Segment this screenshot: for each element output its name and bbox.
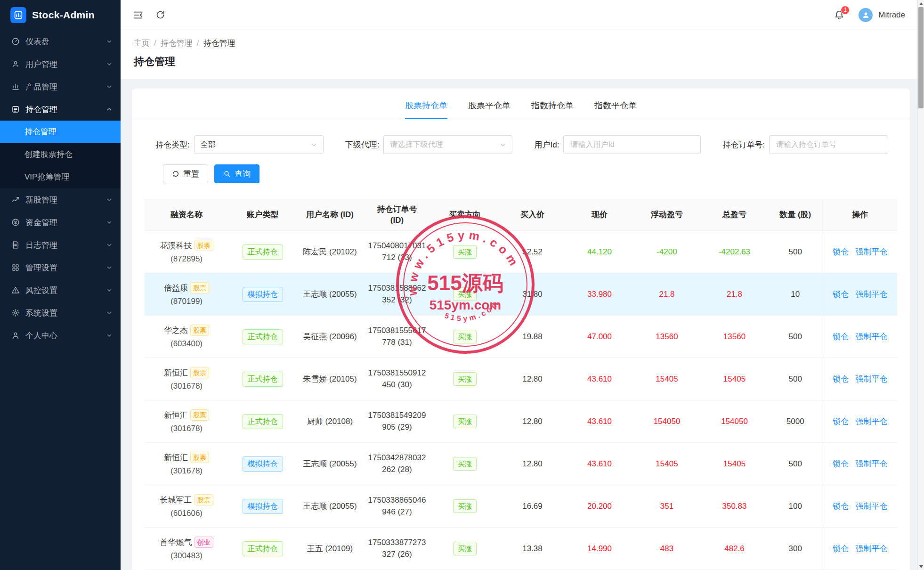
order-id: (27) [397, 507, 412, 516]
stock-type-tag: 股票 [190, 325, 209, 336]
lock-position-link[interactable]: 锁仓 [833, 290, 849, 299]
profile-icon [11, 331, 20, 340]
reset-button[interactable]: 重置 [163, 164, 208, 183]
lock-position-link[interactable]: 锁仓 [833, 247, 849, 256]
scrollbar-thumb[interactable] [918, 7, 924, 108]
sidebar-subitem-position-manage[interactable]: 持仓管理 [0, 121, 121, 143]
notification-bell[interactable]: 1 [834, 10, 844, 20]
current-price: 43.610 [566, 400, 633, 443]
sidebar-item-dashboard[interactable]: 仪表盘 [0, 30, 121, 53]
reset-label: 重置 [183, 169, 199, 179]
tab-index-closed[interactable]: 指数平仓单 [594, 100, 637, 119]
avatar[interactable] [859, 8, 873, 22]
stock-type-tag: 股票 [190, 282, 209, 293]
sidebar: Stock-Admin 仪表盘 用户管理 产品管理 持仓管理 持仓管理创建股票持… [0, 0, 121, 570]
floating-pl: -4200 [633, 231, 701, 273]
breadcrumb-item: 持仓管理 [203, 38, 235, 49]
current-price: 47.000 [566, 316, 633, 358]
breadcrumb-item[interactable]: 主页 [134, 38, 150, 49]
total-pl: 13560 [701, 316, 768, 358]
sidebar-item-system[interactable]: 系统设置 [0, 301, 121, 324]
search-button[interactable]: 查询 [214, 164, 259, 183]
order-number: 1750381550912450 [368, 368, 426, 389]
chevron-down-icon [106, 265, 112, 270]
stock-code: (601606) [148, 509, 225, 518]
username[interactable]: Mitrade [878, 10, 905, 20]
user-name-id: 王志顺 (20055) [297, 443, 363, 485]
stock-type-tag: 股票 [190, 409, 209, 421]
stock-code: (872895) [148, 254, 225, 264]
user-name-id: 吴征燕 (20096) [297, 316, 363, 358]
order-no-input[interactable] [769, 135, 888, 154]
stock-name: 新恒汇 [164, 367, 188, 378]
order-no-label: 持仓订单号: [722, 139, 765, 150]
logo[interactable]: Stock-Admin [0, 0, 121, 30]
force-close-link[interactable]: 强制平仓 [856, 502, 888, 511]
menu-fold-icon[interactable] [133, 10, 143, 20]
sidebar-item-profile[interactable]: 个人中心 [0, 324, 121, 347]
chevron-down-icon [106, 220, 112, 225]
account-type-tag: 正式持仓 [243, 541, 283, 556]
risk-icon [11, 286, 20, 294]
sidebar-item-logs[interactable]: 日志管理 [0, 234, 121, 256]
user-id-input[interactable] [563, 135, 701, 154]
sidebar-item-products[interactable]: 产品管理 [0, 75, 121, 98]
lock-position-link[interactable]: 锁仓 [833, 375, 849, 383]
force-close-link[interactable]: 强制平仓 [856, 247, 888, 256]
force-close-link[interactable]: 强制平仓 [856, 332, 888, 341]
stock-code: (870199) [148, 297, 225, 306]
sidebar-item-funds[interactable]: 资金管理 [0, 211, 121, 234]
current-price: 20.200 [566, 485, 633, 528]
scroll-down-arrow[interactable] [918, 563, 924, 570]
breadcrumb-item[interactable]: 持仓管理 [161, 38, 193, 49]
table-row: 长城军工 股票 (601606) 模拟持仓 王志顺 (20055) 175033… [145, 485, 897, 528]
order-id: (32) [397, 295, 412, 304]
window-scrollbar[interactable] [917, 0, 924, 570]
sidebar-item-new-stocks[interactable]: 新股管理 [0, 188, 121, 211]
order-number: 1750338865046946 [368, 496, 426, 516]
lock-position-link[interactable]: 锁仓 [833, 544, 849, 553]
total-pl: -4202.63 [701, 231, 768, 273]
sidebar-subitem-vip-grab[interactable]: VIP抢筹管理 [0, 166, 121, 188]
lock-position-link[interactable]: 锁仓 [833, 332, 849, 341]
force-close-link[interactable]: 强制平仓 [856, 375, 888, 383]
force-close-link[interactable]: 强制平仓 [856, 544, 888, 553]
tab-stock-positions[interactable]: 股票持仓单 [405, 100, 447, 119]
column-header: 用户名称 (ID) [297, 200, 363, 231]
account-type-tag: 正式持仓 [243, 244, 283, 260]
direction-tag: 买涨 [453, 245, 477, 259]
sidebar-item-users[interactable]: 用户管理 [0, 53, 121, 75]
lock-position-link[interactable]: 锁仓 [833, 459, 849, 468]
order-id: (26) [397, 550, 412, 559]
lock-position-link[interactable]: 锁仓 [833, 417, 849, 426]
tab-index-positions[interactable]: 指数持仓单 [531, 100, 574, 119]
force-close-link[interactable]: 强制平仓 [856, 459, 888, 468]
agent-select[interactable]: 请选择下级代理 [383, 135, 512, 154]
quantity: 500 [768, 231, 823, 273]
sidebar-subitem-create-position[interactable]: 创建股票持仓 [0, 143, 121, 166]
quantity: 500 [768, 443, 823, 485]
force-close-link[interactable]: 强制平仓 [856, 290, 888, 299]
current-price: 14.990 [566, 528, 633, 570]
tab-stock-closed[interactable]: 股票平仓单 [468, 100, 511, 119]
sidebar-item-admin-settings[interactable]: 管理设置 [0, 256, 121, 279]
force-close-link[interactable]: 强制平仓 [856, 417, 888, 426]
refresh-icon[interactable] [155, 10, 165, 20]
position-type-select[interactable]: 全部 [194, 135, 324, 154]
order-id: (28) [397, 465, 412, 474]
page-title: 持仓管理 [134, 55, 904, 69]
direction-tag: 买涨 [453, 330, 477, 343]
sidebar-item-risk[interactable]: 风控设置 [0, 279, 121, 301]
scroll-up-arrow[interactable] [918, 0, 924, 7]
stock-name: 华之杰 [164, 325, 188, 336]
buy-price: 52.52 [499, 231, 566, 273]
table-row: 首华燃气 创业 (300483) 正式持仓 王五 (20109) 1750333… [145, 528, 897, 570]
chevron-down-icon [106, 84, 112, 90]
chevron-down-icon [500, 142, 506, 148]
sidebar-item-positions[interactable]: 持仓管理 [0, 98, 121, 121]
page-head: 主页/持仓管理/持仓管理 持仓管理 [121, 30, 917, 79]
stock-name: 长城军工 [160, 495, 192, 505]
total-pl: 154050 [701, 400, 768, 443]
lock-position-link[interactable]: 锁仓 [833, 502, 849, 511]
stock-type-tag: 股票 [195, 494, 213, 505]
